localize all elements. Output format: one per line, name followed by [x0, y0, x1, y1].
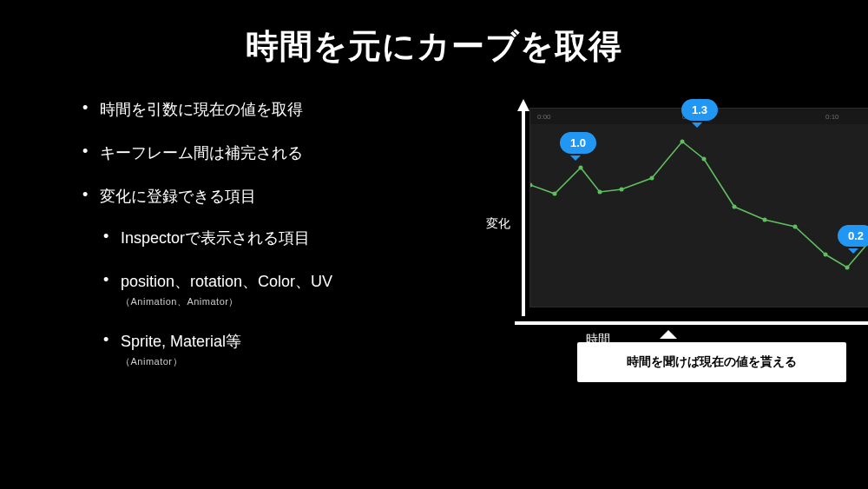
- svg-point-9: [650, 176, 654, 181]
- svg-marker-1: [517, 99, 529, 111]
- svg-point-4: [530, 183, 533, 188]
- bullet-text: 変化に登録できる項目: [100, 188, 256, 205]
- sub-bullet-text: position、rotation、Color、UV: [121, 273, 332, 290]
- svg-point-12: [733, 205, 737, 209]
- timeline-tick: 0:00: [537, 113, 551, 121]
- value-callout: 1.3: [681, 99, 718, 121]
- slide-title: 時間を元にカーブを取得: [0, 0, 868, 69]
- graph-column: 変化 時間 0:00 0:05 0:10: [473, 86, 868, 391]
- sub-bullet-note: （Animation、Animator）: [121, 295, 447, 308]
- svg-point-13: [763, 218, 767, 222]
- svg-point-16: [845, 266, 850, 270]
- x-axis-arrow-icon: [515, 314, 868, 332]
- svg-point-10: [681, 140, 685, 144]
- sub-bullet-note: （Animator）: [121, 355, 447, 368]
- svg-point-14: [793, 225, 798, 229]
- bullet-column: 時間を引数に現在の値を取得 キーフレーム間は補完される 変化に登録できる項目 I…: [82, 86, 447, 391]
- svg-point-8: [620, 188, 624, 192]
- value-callout: 0.2: [838, 225, 868, 247]
- svg-point-5: [553, 192, 557, 196]
- bullet-item: キーフレーム間は補完される: [82, 142, 447, 163]
- svg-point-15: [824, 253, 828, 257]
- sub-bullet-item: Inspectorで表示される項目: [100, 228, 447, 248]
- sub-bullet-item: position、rotation、Color、UV （Animation、An…: [100, 271, 447, 308]
- svg-point-6: [579, 166, 583, 170]
- sub-bullet-item: Sprite, Material等 （Animator）: [100, 331, 447, 368]
- value-callout: 1.0: [560, 132, 596, 154]
- graph-area: 変化 時間 0:00 0:05 0:10: [508, 108, 868, 325]
- timeline-tick: 0:10: [825, 113, 839, 121]
- sub-bullet-text: Sprite, Material等: [121, 333, 241, 350]
- bullet-item: 時間を引数に現在の値を取得: [82, 99, 447, 120]
- svg-point-7: [598, 190, 602, 195]
- slide-content: 時間を引数に現在の値を取得 キーフレーム間は補完される 変化に登録できる項目 I…: [0, 69, 868, 391]
- bullet-item: 変化に登録できる項目 Inspectorで表示される項目 position、ro…: [82, 186, 447, 368]
- svg-point-11: [702, 157, 707, 162]
- y-axis-label: 変化: [486, 216, 510, 232]
- speech-caption: 時間を聞けば現在の値を貰える: [577, 342, 846, 382]
